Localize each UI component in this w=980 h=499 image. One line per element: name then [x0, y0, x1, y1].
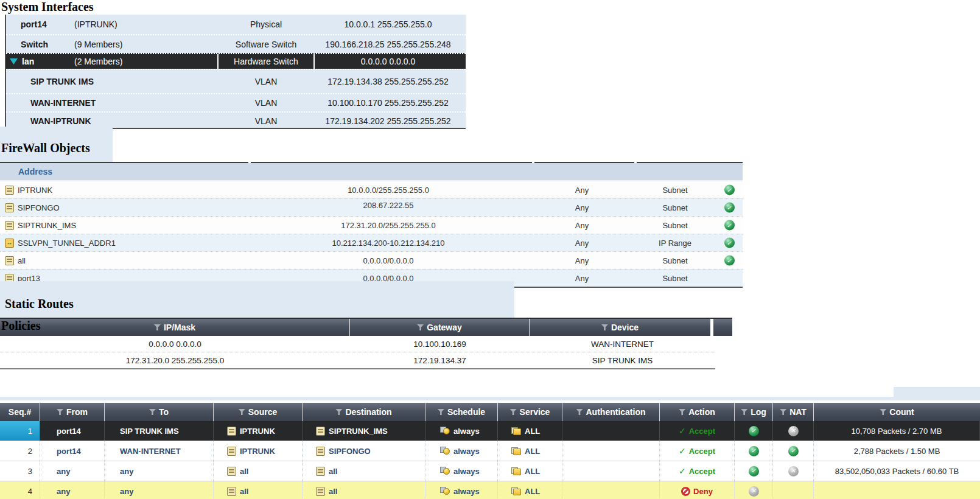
service-icon: [511, 447, 521, 455]
policy-row-3[interactable]: 3 any any all all always ALL ✓Accept 83,…: [0, 461, 980, 481]
policy-destination: all: [329, 487, 337, 496]
address-section-header[interactable]: Address: [0, 163, 743, 181]
status-enabled-icon: [724, 185, 735, 195]
address-row-siptrunk-ims[interactable]: SIPTRUNK_IMS 172.31.20.0/255.255.255.0 A…: [0, 216, 743, 234]
static-route-row[interactable]: 172.31.20.0 255.255.255.0 172.19.134.37 …: [0, 352, 715, 368]
interface-ip: 10.0.0.1 255.255.255.0: [310, 19, 466, 29]
column-label: Gateway: [427, 323, 462, 332]
filter-icon[interactable]: [154, 324, 161, 330]
column-header-seq[interactable]: Seq.#: [0, 403, 40, 421]
column-header-from[interactable]: From: [40, 403, 105, 421]
filter-icon[interactable]: [679, 409, 685, 415]
address-interface: Any: [527, 186, 637, 195]
accept-check-icon: ✓: [679, 447, 686, 455]
service-icon: [511, 467, 521, 475]
route-gateway: 172.19.134.37: [350, 356, 530, 365]
filter-icon[interactable]: [417, 324, 424, 330]
address-row-sslvpn-tunnel[interactable]: SSLVPN_TUNNEL_ADDR1 10.212.134.200-10.21…: [0, 234, 743, 251]
column-label: From: [66, 407, 88, 417]
filter-icon[interactable]: [880, 409, 886, 415]
address-objects-table: Address IPTRUNK 10.0.0.0/255.255.255.0 A…: [0, 162, 743, 288]
filter-icon[interactable]: [576, 409, 583, 415]
column-header-gateway[interactable]: Gateway: [350, 319, 530, 336]
address-object-icon: [227, 487, 236, 496]
column-header-device[interactable]: Device: [530, 319, 710, 336]
column-label: Service: [520, 407, 550, 417]
policy-action: Accept: [689, 467, 715, 476]
policy-service: ALL: [525, 487, 540, 496]
interface-type: VLAN: [219, 77, 313, 86]
expand-arrow-icon[interactable]: [10, 58, 18, 65]
route-ip-mask: 172.31.20.0 255.255.255.0: [0, 356, 350, 365]
filter-icon[interactable]: [601, 324, 608, 330]
filter-icon[interactable]: [510, 409, 517, 415]
policy-from: any: [40, 481, 105, 499]
column-header-action[interactable]: Action: [660, 403, 735, 421]
nat-disabled-icon: [788, 466, 799, 476]
column-header-destination[interactable]: Destination: [303, 403, 425, 421]
system-interfaces-table: port14 (IPTRUNK) Physical 10.0.0.1 255.2…: [5, 15, 466, 129]
filter-icon[interactable]: [57, 409, 63, 415]
interface-name: WAN-IPTRUNK: [30, 116, 91, 126]
deny-icon: [681, 487, 690, 496]
filter-icon[interactable]: [741, 409, 747, 415]
route-ip-mask: 0.0.0.0 0.0.0.0: [0, 340, 350, 349]
column-header-ip-mask[interactable]: IP/Mask: [0, 319, 350, 336]
address-type: Subnet: [637, 186, 713, 195]
column-header-nat[interactable]: NAT: [773, 403, 814, 421]
schedule-clock-icon: [440, 427, 450, 436]
policy-count: 2,788 Packets / 1.50 MB: [814, 441, 980, 461]
address-name: all: [18, 256, 26, 265]
policy-row-2[interactable]: 2 port14 WAN-INTERNET IPTRUNK SIPFONGO a…: [0, 441, 980, 461]
policy-row-4[interactable]: 4 any any all all always ALL Deny: [0, 481, 980, 499]
policy-nat-empty: [773, 481, 814, 499]
address-row-all[interactable]: all 0.0.0.0/0.0.0.0 Any Subnet: [0, 251, 743, 269]
interface-type: Hardware Switch: [219, 57, 313, 66]
status-enabled-icon: [724, 238, 735, 248]
policy-destination: SIPFONGO: [329, 447, 371, 456]
policy-to: any: [105, 461, 214, 481]
nat-enabled-icon: [788, 446, 799, 456]
policy-to: SIP TRUNK IMS: [105, 421, 214, 441]
column-header-service[interactable]: Service: [498, 403, 562, 421]
interface-name: WAN-INTERNET: [30, 98, 96, 108]
policy-source: IPTRUNK: [240, 447, 275, 456]
address-type: Subnet: [637, 203, 713, 212]
policy-row-1[interactable]: 1 port14 SIP TRUNK IMS IPTRUNK SIPTRUNK_…: [0, 421, 980, 441]
address-object-icon: [227, 427, 236, 436]
filter-icon[interactable]: [780, 409, 786, 415]
address-type: Subnet: [637, 256, 713, 265]
firewall-admin-page: System Interfaces port14 (IPTRUNK) Physi…: [0, 0, 980, 499]
interface-row-port14[interactable]: port14 (IPTRUNK) Physical 10.0.0.1 255.2…: [6, 15, 466, 34]
filter-icon[interactable]: [438, 409, 444, 415]
address-row-sipfongo[interactable]: SIPFONGO 208.67.222.55 Any Subnet: [0, 198, 743, 216]
column-label: Count: [889, 407, 914, 417]
policy-action: Accept: [689, 447, 715, 456]
header-edge-cell: [713, 319, 732, 336]
column-label: NAT: [789, 407, 807, 417]
interface-row-wan-internet[interactable]: WAN-INTERNET VLAN 10.100.10.170 255.255.…: [6, 93, 466, 111]
address-object-icon: [316, 447, 325, 456]
interface-name: lan: [22, 57, 34, 66]
interface-row-switch[interactable]: Switch (9 Members) Software Switch 190.1…: [6, 34, 466, 53]
filter-icon[interactable]: [149, 409, 156, 415]
status-enabled-icon: [724, 203, 735, 213]
column-header-count[interactable]: Count: [814, 403, 980, 421]
policy-seq: 3: [0, 461, 40, 481]
filter-icon[interactable]: [335, 409, 342, 415]
column-header-log[interactable]: Log: [735, 403, 773, 421]
policy-seq: 2: [0, 441, 40, 461]
column-header-source[interactable]: Source: [214, 403, 303, 421]
filter-icon[interactable]: [239, 409, 245, 415]
column-header-to[interactable]: To: [105, 403, 214, 421]
log-disabled-icon: [749, 486, 759, 497]
interface-ip: 172.19.134.38 255.255.255.252: [310, 77, 466, 86]
column-header-schedule[interactable]: Schedule: [425, 403, 498, 421]
static-route-row[interactable]: 0.0.0.0 0.0.0.0 10.100.10.169 WAN-INTERN…: [0, 336, 715, 352]
column-header-authentication[interactable]: Authentication: [562, 403, 660, 421]
address-row-iptrunk[interactable]: IPTRUNK 10.0.0.0/255.255.255.0 Any Subne…: [0, 181, 743, 198]
interface-description: (9 Members): [74, 40, 122, 49]
interface-row-sip-trunk-ims[interactable]: SIP TRUNK IMS VLAN 172.19.134.38 255.255…: [6, 69, 466, 93]
interface-row-lan-selected[interactable]: lan (2 Members) Hardware Switch 0.0.0.0 …: [6, 53, 466, 69]
address-object-icon: [316, 467, 325, 476]
